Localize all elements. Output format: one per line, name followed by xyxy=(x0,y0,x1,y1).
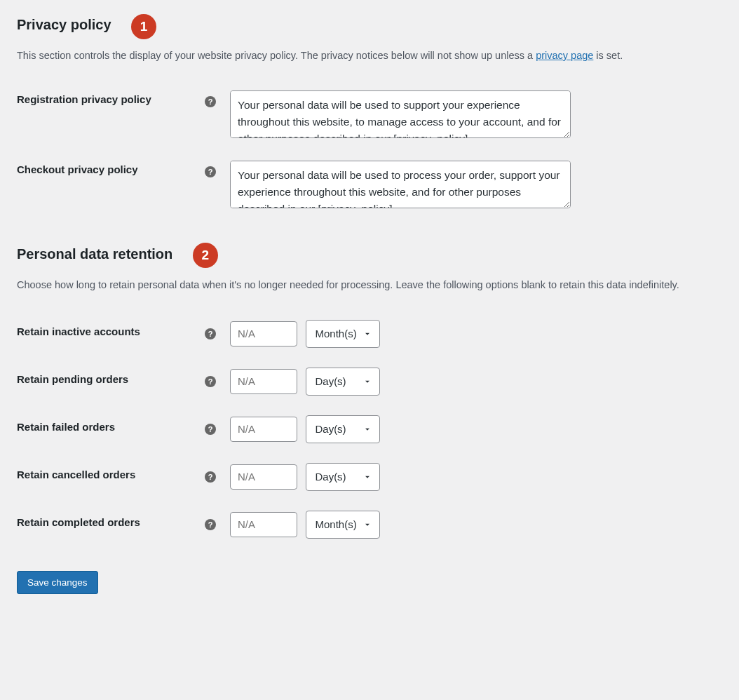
retain-cancelled-orders-unit-select[interactable]: Day(s) xyxy=(306,463,380,491)
annotation-badge-2: 2 xyxy=(193,243,218,268)
retention-heading: Personal data retention xyxy=(17,246,172,262)
chevron-down-icon xyxy=(362,472,372,482)
desc-text-pre: This section controls the display of you… xyxy=(17,50,536,61)
registration-privacy-textarea[interactable] xyxy=(230,90,571,138)
retain-failed-orders-unit-select[interactable]: Day(s) xyxy=(306,415,380,443)
chevron-down-icon xyxy=(362,329,372,339)
retain-pending-orders-unit-select[interactable]: Day(s) xyxy=(306,368,380,396)
retain-inactive-accounts-input[interactable] xyxy=(230,321,297,346)
retention-description: Choose how long to retain personal data … xyxy=(17,278,722,293)
select-value: Month(s) xyxy=(315,328,356,339)
chevron-down-icon xyxy=(362,424,372,434)
select-value: Day(s) xyxy=(315,375,346,387)
select-value: Day(s) xyxy=(315,471,346,483)
save-changes-button[interactable]: Save changes xyxy=(17,571,98,594)
privacy-policy-description: This section controls the display of you… xyxy=(17,48,722,64)
select-value: Day(s) xyxy=(315,423,346,435)
retain-inactive-accounts-label: Retain inactive accounts xyxy=(17,310,205,358)
retain-completed-orders-unit-select[interactable]: Month(s) xyxy=(306,511,380,539)
help-icon[interactable]: ? xyxy=(205,376,216,387)
help-icon[interactable]: ? xyxy=(205,471,216,483)
retain-cancelled-orders-label: Retain cancelled orders xyxy=(17,453,205,501)
retain-completed-orders-input[interactable] xyxy=(230,512,297,537)
help-icon[interactable]: ? xyxy=(205,166,216,177)
chevron-down-icon xyxy=(362,377,372,386)
privacy-policy-heading: Privacy policy xyxy=(17,17,111,33)
help-icon[interactable]: ? xyxy=(205,96,216,107)
select-value: Month(s) xyxy=(315,518,356,530)
help-icon[interactable]: ? xyxy=(205,424,216,435)
retain-pending-orders-input[interactable] xyxy=(230,369,297,394)
retain-cancelled-orders-input[interactable] xyxy=(230,464,297,490)
desc-text-post: is set. xyxy=(593,50,623,61)
retain-failed-orders-input[interactable] xyxy=(230,417,297,442)
retain-pending-orders-label: Retain pending orders xyxy=(17,358,205,405)
help-icon[interactable]: ? xyxy=(205,328,216,339)
help-icon[interactable]: ? xyxy=(205,519,216,530)
registration-privacy-label: Registration privacy policy xyxy=(17,81,205,151)
retain-failed-orders-label: Retain failed orders xyxy=(17,405,205,453)
checkout-privacy-textarea[interactable] xyxy=(230,161,571,208)
annotation-badge-1: 1 xyxy=(131,14,156,39)
privacy-page-link[interactable]: privacy page xyxy=(536,50,593,61)
retain-completed-orders-label: Retain completed orders xyxy=(17,501,205,548)
chevron-down-icon xyxy=(362,520,372,530)
retain-inactive-accounts-unit-select[interactable]: Month(s) xyxy=(306,320,380,348)
checkout-privacy-label: Checkout privacy policy xyxy=(17,151,205,221)
